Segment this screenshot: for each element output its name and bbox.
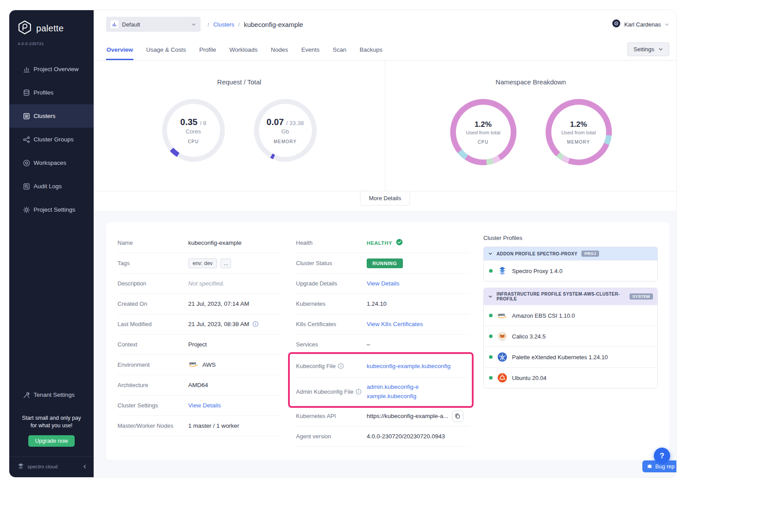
detail-label: Health	[296, 239, 367, 246]
upgrade-view-details-link[interactable]: View Details	[367, 280, 399, 287]
sidebar-item-label: Project Settings	[34, 206, 76, 213]
cpu-caption: CPU	[188, 139, 199, 144]
services-value: –	[367, 341, 370, 348]
sidebar-item-tenant-settings[interactable]: Tenant Settings	[9, 383, 94, 407]
pack-label: Calico 3.24.5	[512, 333, 546, 340]
detail-label: Tags	[118, 260, 188, 266]
description-value: Not specified.	[188, 280, 224, 287]
info-icon[interactable]	[253, 321, 258, 327]
collapse-sidebar-icon[interactable]	[82, 464, 87, 469]
created-on-row: Created On 21 Jul, 2023, 07:14 AM	[118, 294, 282, 314]
cluster-settings-view-details-link[interactable]: View Details	[188, 402, 221, 409]
copy-icon[interactable]	[452, 410, 463, 422]
sidebar-item-audit-logs[interactable]: Audit Logs	[9, 175, 94, 198]
detail-label: Services	[296, 341, 367, 348]
detail-label: Description	[118, 280, 188, 287]
promo-line-1: Start small and only pay	[9, 414, 94, 422]
sidebar-footer: spectro cloud	[9, 456, 94, 477]
tab-events[interactable]: Events	[301, 40, 320, 60]
namespace-breakdown-title: Namespace Breakdown	[385, 78, 676, 86]
pack-label: Palette eXtended Kubernetes 1.24.10	[512, 354, 608, 361]
details-left-column: Name kubeconfig-example Tags env: dev ..…	[118, 233, 282, 447]
settings-button[interactable]: Settings	[627, 42, 669, 56]
cluster-details-card: Name kubeconfig-example Tags env: dev ..…	[106, 222, 669, 460]
chevron-down-icon	[488, 294, 493, 299]
namespace-memory-percent: 1.2%	[570, 120, 587, 129]
sidebar: palette 4.0.0-230721 Project Overview Pr…	[9, 10, 94, 477]
addon-profile-header[interactable]: ADDON PROFILE SPECTRO-PROXY PROJ	[484, 247, 657, 260]
user-menu[interactable]: Karl Cardenas	[612, 19, 669, 30]
health-row: Health HEALTHY	[296, 233, 469, 253]
profile-pack-item[interactable]: Spectro Proxy 1.4.0	[484, 260, 657, 281]
upgrade-now-button[interactable]: Upgrade now	[28, 435, 74, 447]
sidebar-item-label: Workspaces	[34, 160, 66, 166]
help-button[interactable]: ?	[654, 448, 670, 464]
sidebar-item-label: Profiles	[34, 89, 53, 96]
namespace-cpu-ring: 1.2% Used from total CPU	[450, 99, 516, 165]
profile-pack-item[interactable]: Ubuntu 20.04	[484, 367, 657, 388]
tab-workloads[interactable]: Workloads	[229, 40, 258, 60]
detail-label: K8s Certificates	[296, 321, 367, 327]
app-version: 4.0.0-230721	[9, 37, 94, 46]
settings-button-label: Settings	[634, 46, 654, 53]
app-window: palette 4.0.0-230721 Project Overview Pr…	[9, 10, 676, 477]
sidebar-item-project-overview[interactable]: Project Overview	[9, 57, 94, 81]
infrastructure-profile-header[interactable]: INFRASTRUCTURE PROFILE SYSTEM-AWS-CLUSTE…	[484, 288, 657, 305]
namespace-cpu-caption: CPU	[478, 140, 489, 144]
tab-backups[interactable]: Backups	[359, 40, 383, 60]
k8s-certificates-row: K8s Certificates View K8s Certificates	[296, 314, 469, 334]
admin-kubeconfig-file-row: Admin Kubeconfig File admin.kubeconfig-e…	[296, 378, 469, 406]
memory-request-total: / 33.38	[286, 120, 304, 126]
info-icon[interactable]	[356, 389, 361, 395]
detail-label: Cluster Settings	[118, 402, 188, 409]
tab-profile[interactable]: Profile	[199, 40, 216, 60]
namespace-memory-ring: 1.2% Used from total MEMORY	[546, 99, 612, 165]
view-k8s-certificates-link[interactable]: View K8s Certificates	[367, 321, 423, 327]
sidebar-item-label: Tenant Settings	[34, 391, 75, 398]
profile-pack-item[interactable]: aws Amazon EBS CSI 1.10.0	[484, 305, 657, 326]
memory-caption: MEMORY	[273, 139, 296, 144]
last-modified-row: Last Modified 21 Jul, 2023, 08:38 AM	[118, 314, 282, 334]
architecture-row: Architecture AMD64	[118, 375, 282, 395]
namespace-cpu-percent: 1.2%	[474, 120, 492, 129]
sidebar-item-clusters[interactable]: Clusters	[9, 104, 94, 128]
tag-chip[interactable]: env: dev	[188, 258, 217, 268]
addon-profile-group: ADDON PROFILE SPECTRO-PROXY PROJ Spectro…	[483, 247, 658, 281]
sidebar-item-profiles[interactable]: Profiles	[9, 81, 94, 104]
status-dot	[489, 376, 493, 380]
main-area: Default / Clusters / kubeconfig-example …	[94, 10, 676, 477]
tab-nodes[interactable]: Nodes	[270, 40, 288, 60]
breadcrumb-clusters-link[interactable]: Clusters	[213, 21, 235, 28]
breadcrumb-separator: /	[208, 21, 209, 28]
details-middle-column: Health HEALTHY Cluster Status RUNNING	[296, 233, 469, 447]
user-avatar-icon	[612, 19, 621, 30]
kubernetes-version-value: 1.24.10	[367, 300, 387, 307]
infrastructure-profile-name: INFRASTRUCTURE PROFILE SYSTEM-AWS-CLUSTE…	[497, 292, 626, 301]
sidebar-nav: Project Overview Profiles Clusters Clust…	[9, 57, 94, 221]
kubeconfig-file-link[interactable]: kubeconfig-example.kubeconfig	[367, 363, 451, 369]
sidebar-item-cluster-groups[interactable]: Cluster Groups	[9, 128, 94, 151]
more-details-button[interactable]: More Details	[360, 191, 410, 205]
tab-scan[interactable]: Scan	[332, 40, 347, 60]
ubuntu-icon	[497, 372, 508, 383]
profile-pack-item[interactable]: Palette eXtended Kubernetes 1.24.10	[484, 346, 657, 367]
tags-more-chip[interactable]: ...	[220, 258, 231, 268]
tab-usage-costs[interactable]: Usage & Costs	[146, 40, 186, 60]
clusters-list-icon	[23, 112, 30, 120]
sidebar-item-label: Clusters	[34, 113, 56, 119]
running-status-badge: RUNNING	[367, 258, 403, 268]
sidebar-item-workspaces[interactable]: Workspaces	[9, 151, 94, 175]
profile-pack-item[interactable]: Calico 3.24.5	[484, 326, 657, 346]
memory-request-value: 0.07	[266, 117, 284, 127]
sidebar-item-project-settings[interactable]: Project Settings	[9, 198, 94, 221]
context-value: Project	[188, 341, 207, 348]
tab-overview[interactable]: Overview	[106, 40, 133, 60]
info-icon[interactable]	[338, 363, 344, 369]
project-selector[interactable]: Default	[106, 17, 201, 32]
admin-kubeconfig-file-link[interactable]: admin.kubeconfig-example.kubeconfig	[367, 383, 421, 401]
calico-icon	[497, 331, 508, 342]
request-total-section: Request / Total 0.35 / 8 Cores CPU	[94, 61, 385, 191]
status-dot	[489, 334, 493, 338]
detail-label: Upgrade Details	[296, 280, 367, 287]
spectro-cloud-logo-icon	[17, 463, 24, 471]
